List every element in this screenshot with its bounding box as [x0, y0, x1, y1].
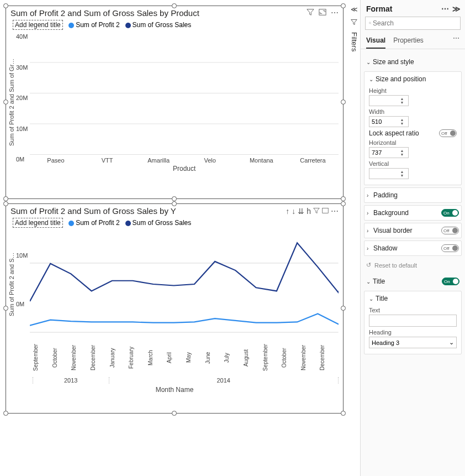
heading-select[interactable]: Heading 3 ⌄	[369, 337, 457, 348]
legend-title-input[interactable]: Add legend title	[13, 20, 63, 30]
drill-down-icon[interactable]: ↓	[292, 207, 295, 216]
y-axis-label: Sum of Profit 2 and S…	[8, 230, 15, 338]
vertical-input[interactable]: ▲▼	[369, 168, 409, 179]
legend-label: Sum of Profit 2	[76, 21, 119, 29]
label-horizontal: Horizontal	[369, 139, 457, 146]
horizontal-input[interactable]: ▲▼	[369, 147, 409, 158]
resize-handle[interactable]	[172, 201, 177, 206]
card-title: ⌄ Title Text Heading Heading 3 ⌄	[364, 291, 462, 354]
legend-label: Sum of Profit 2	[76, 219, 119, 227]
format-title: Format	[366, 4, 392, 13]
line-chart-visual[interactable]: Sum of Profit 2 and Sum of Gross Sales b…	[6, 203, 344, 414]
resize-handle[interactable]	[172, 3, 177, 8]
search-input[interactable]	[372, 18, 457, 28]
chevron-right-icon: ›	[367, 192, 373, 198]
resize-handle[interactable]	[3, 411, 8, 416]
section-padding[interactable]: › Padding	[364, 187, 462, 203]
legend-swatch	[125, 23, 131, 28]
section-visual-border[interactable]: › Visual border	[364, 223, 462, 238]
resize-handle[interactable]	[172, 411, 177, 416]
more-options-icon[interactable]: ⋯	[331, 207, 339, 216]
tab-visual[interactable]: Visual	[366, 34, 385, 49]
filter-icon[interactable]	[307, 8, 314, 18]
legend-label: Sum of Gross Sales	[133, 21, 192, 29]
hierarchy-icon[interactable]: h	[307, 207, 311, 216]
more-options-icon[interactable]: ⋯	[441, 4, 449, 13]
subsection-title[interactable]: ⌄ Title	[369, 295, 457, 305]
y-axis-label: Sum of Profit 2 and Sum of Gr…	[8, 32, 15, 172]
legend-swatch	[68, 221, 74, 226]
more-options-icon[interactable]: ⋯	[331, 8, 339, 18]
legend: Sum of Profit 2 Sum of Gross Sales	[68, 219, 191, 227]
resize-handle[interactable]	[3, 201, 8, 206]
y-axis-ticks: 10M 0M	[15, 230, 30, 338]
title-toggle[interactable]	[442, 278, 459, 285]
legend-label: Sum of Gross Sales	[133, 219, 192, 227]
label-vertical: Vertical	[369, 160, 457, 167]
resize-handle[interactable]	[3, 306, 8, 311]
reset-icon: ↺	[366, 261, 371, 269]
title-text-input[interactable]	[369, 315, 457, 327]
tab-properties[interactable]: Properties	[393, 34, 424, 49]
section-shadow[interactable]: › Shadow	[364, 240, 462, 256]
subsection-size-position[interactable]: ⌄ Size and position	[369, 75, 457, 85]
resize-handle[interactable]	[341, 196, 346, 201]
legend-title-input[interactable]: Add legend title	[13, 218, 63, 228]
bar-plot-area	[30, 32, 339, 155]
expand-down-icon[interactable]: ⇊	[298, 207, 304, 216]
section-title[interactable]: ⌄ Title	[364, 274, 462, 289]
resize-handle[interactable]	[341, 201, 346, 206]
width-input[interactable]: ▲▼	[369, 116, 409, 127]
filter-icon[interactable]	[313, 207, 320, 216]
chart-title: Sum of Profit 2 and Sum of Gross Sales b…	[10, 206, 286, 216]
drill-up-icon[interactable]: ↑	[286, 207, 289, 216]
section-background[interactable]: › Background	[364, 205, 462, 221]
chevron-down-icon: ⌄	[369, 296, 376, 302]
x-axis-label: Month Name	[6, 385, 343, 394]
resize-handle[interactable]	[341, 411, 346, 416]
y-axis-ticks: 40M 30M 20M 10M 0M	[15, 32, 30, 172]
chevron-down-icon: ⌄	[369, 76, 376, 82]
filters-label: Filters	[350, 32, 358, 51]
search-box[interactable]	[365, 17, 461, 30]
bar-chart-visual[interactable]: Sum of Profit 2 and Sum of Gross Sales b…	[6, 6, 344, 199]
focus-mode-icon[interactable]	[322, 207, 329, 216]
filter-icon[interactable]	[351, 18, 357, 28]
report-canvas[interactable]: Sum of Profit 2 and Sum of Gross Sales b…	[0, 0, 348, 476]
border-toggle[interactable]	[441, 227, 459, 234]
chevron-right-icon: ›	[367, 245, 373, 252]
tabs-more-icon[interactable]: ⋯	[453, 34, 459, 49]
x-axis-months: SeptemberOctoberNovemberDecemberJanuaryF…	[6, 341, 343, 375]
svg-point-4	[369, 22, 371, 24]
resize-handle[interactable]	[341, 306, 346, 311]
focus-mode-icon[interactable]	[319, 8, 326, 18]
background-toggle[interactable]	[441, 209, 459, 217]
label-width: Width	[369, 108, 457, 115]
resize-handle[interactable]	[3, 196, 8, 201]
expand-filters-icon[interactable]: ≪	[351, 6, 358, 13]
label-height: Height	[369, 87, 457, 94]
resize-handle[interactable]	[172, 196, 177, 201]
reset-to-default[interactable]: ↺ Reset to default	[361, 258, 465, 272]
resize-handle[interactable]	[3, 100, 8, 104]
legend-swatch	[125, 221, 131, 226]
lock-aspect-toggle[interactable]	[439, 129, 457, 137]
chevron-down-icon: ⌄	[366, 279, 373, 285]
label-heading: Heading	[369, 329, 457, 336]
section-size-and-style[interactable]: ⌄ Size and style	[364, 55, 462, 69]
label-lock-aspect: Lock aspect ratio	[369, 129, 439, 137]
format-pane: Format ⋯ ≫ Visual Properties ⋯ ⌄ Size an…	[360, 0, 465, 476]
chevron-down-icon: ⌄	[366, 59, 373, 65]
legend: Sum of Profit 2 Sum of Gross Sales	[68, 21, 191, 29]
expand-pane-icon[interactable]: ≫	[452, 4, 461, 13]
shadow-toggle[interactable]	[441, 244, 459, 252]
legend-swatch	[68, 23, 74, 28]
card-size-and-position: ⌄ Size and position Height ▲▼ Width ▲▼ L…	[364, 71, 462, 185]
height-input[interactable]: ▲▼	[369, 95, 409, 106]
resize-handle[interactable]	[341, 3, 346, 8]
chevron-right-icon: ›	[367, 210, 373, 216]
resize-handle[interactable]	[341, 100, 346, 104]
x-axis-categories: PaseoVTTAmarillaVeloMontanaCarretera	[30, 155, 339, 164]
label-title-text: Text	[369, 307, 457, 313]
resize-handle[interactable]	[3, 3, 8, 8]
